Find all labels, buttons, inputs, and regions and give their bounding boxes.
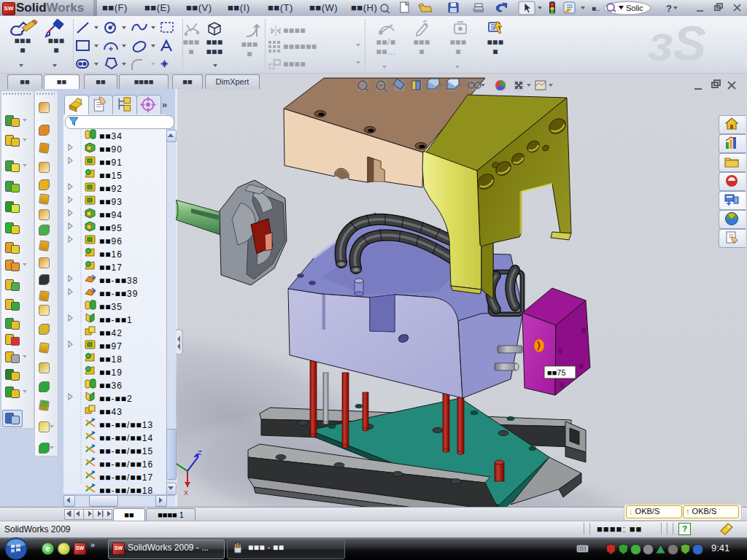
svg-text:Solic: Solic: [626, 4, 643, 12]
svg-text:X: X: [184, 489, 188, 497]
svg-text:■..: ■..: [592, 4, 600, 12]
svg-text:?: ?: [666, 3, 672, 14]
svg-text:Z: Z: [198, 449, 202, 456]
svg-text:■■75: ■■75: [547, 368, 566, 377]
